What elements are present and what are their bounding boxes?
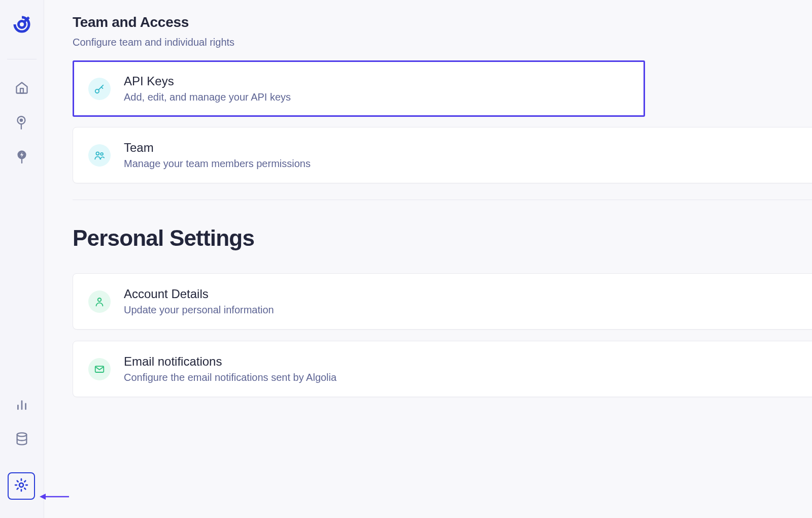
- home-icon: [15, 81, 29, 97]
- card-title: Account Details: [124, 287, 274, 301]
- key-icon: [88, 78, 111, 100]
- sidebar-item-settings[interactable]: [8, 472, 35, 500]
- card-account-details[interactable]: Account Details Update your personal inf…: [73, 273, 812, 330]
- section-subtitle-team-access: Configure team and individual rights: [73, 37, 812, 48]
- gear-icon: [14, 477, 29, 495]
- user-icon: [88, 290, 111, 313]
- sidebar: [0, 0, 44, 518]
- svg-rect-1: [20, 88, 23, 93]
- card-title: API Keys: [124, 74, 291, 88]
- card-desc: Add, edit, and manage your API keys: [124, 91, 291, 103]
- svg-point-11: [100, 152, 103, 155]
- svg-point-10: [96, 152, 99, 155]
- main-content: Team and Access Configure team and indiv…: [44, 0, 812, 518]
- database-icon: [15, 432, 29, 448]
- bolt-circle-icon: [15, 149, 28, 167]
- card-desc: Update your personal information: [124, 304, 274, 316]
- heading-personal-settings: Personal Settings: [73, 225, 812, 251]
- card-desc: Configure the email notifications sent b…: [124, 372, 336, 383]
- card-email-notifications[interactable]: Email notifications Configure the email …: [73, 341, 812, 397]
- sidebar-item-data[interactable]: [11, 429, 33, 451]
- sidebar-item-analytics[interactable]: [11, 394, 33, 416]
- card-desc: Manage your team members permissions: [124, 158, 311, 170]
- sidebar-item-search[interactable]: [11, 112, 33, 135]
- bar-chart-icon: [15, 398, 28, 413]
- svg-point-5: [17, 433, 27, 436]
- card-team[interactable]: Team Manage your team members permission…: [73, 127, 812, 183]
- card-title: Email notifications: [124, 354, 336, 369]
- svg-point-3: [20, 119, 23, 122]
- sidebar-item-ai[interactable]: [11, 147, 33, 169]
- svg-point-12: [98, 298, 101, 302]
- sidebar-divider: [7, 59, 37, 59]
- search-icon: [15, 115, 28, 132]
- card-api-keys[interactable]: API Keys Add, edit, and manage your API …: [73, 60, 645, 117]
- card-title: Team: [124, 141, 311, 155]
- svg-point-6: [19, 483, 23, 487]
- users-icon: [88, 144, 111, 167]
- mail-icon: [88, 358, 111, 380]
- section-title-team-access: Team and Access: [73, 14, 812, 30]
- app-logo[interactable]: [12, 14, 32, 37]
- section-divider: [73, 200, 812, 200]
- sidebar-item-home[interactable]: [11, 78, 33, 100]
